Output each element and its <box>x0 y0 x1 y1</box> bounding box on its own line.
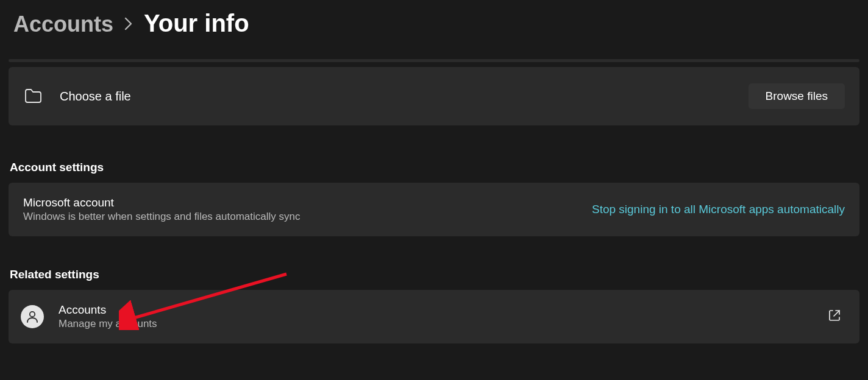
breadcrumb-parent[interactable]: Accounts <box>13 13 113 35</box>
microsoft-account-subtitle: Windows is better when settings and file… <box>23 211 592 223</box>
account-settings-heading: Account settings <box>9 161 859 174</box>
microsoft-account-title: Microsoft account <box>23 196 592 209</box>
accounts-subtitle: Manage my accounts <box>59 318 818 330</box>
divider <box>9 59 859 62</box>
folder-icon <box>23 88 43 104</box>
browse-files-button[interactable]: Browse files <box>749 83 845 109</box>
chevron-right-icon <box>124 16 133 35</box>
open-external-icon <box>828 309 841 325</box>
accounts-title: Accounts <box>59 303 818 317</box>
microsoft-account-card: Microsoft account Windows is better when… <box>9 183 859 236</box>
choose-file-card: Choose a file Browse files <box>9 67 859 125</box>
svg-point-0 <box>30 312 35 317</box>
stop-auto-signin-link[interactable]: Stop signing in to all Microsoft apps au… <box>592 203 845 216</box>
breadcrumb-current: Your info <box>144 11 249 35</box>
breadcrumb: Accounts Your info <box>9 11 859 36</box>
choose-file-label: Choose a file <box>60 90 749 104</box>
accounts-card[interactable]: Accounts Manage my accounts <box>9 290 859 343</box>
related-settings-heading: Related settings <box>9 268 859 281</box>
person-icon <box>21 305 44 328</box>
